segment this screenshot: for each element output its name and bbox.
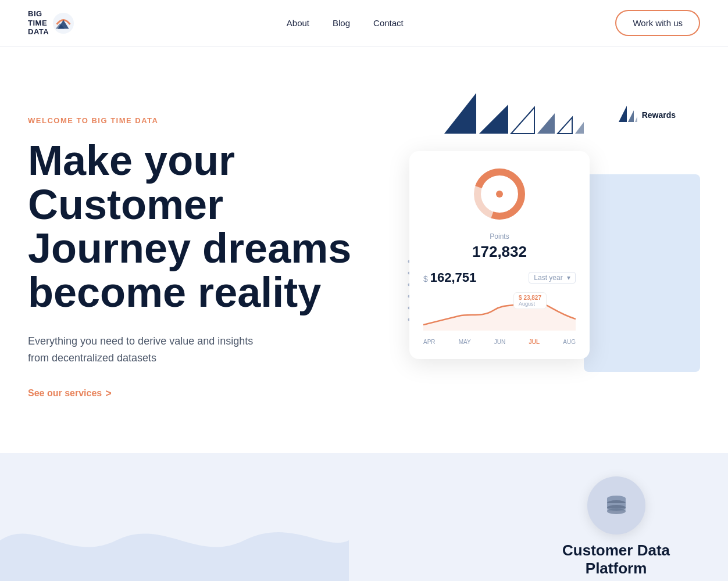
month-jul: JUL [529, 339, 540, 345]
rewards-badge: Rewards [612, 101, 683, 129]
nav-blog[interactable]: Blog [333, 18, 350, 28]
logo-icon [52, 12, 74, 34]
revenue-value: 162,751 [430, 270, 477, 285]
database-icon [602, 492, 630, 519]
hero-title: Make your Customer Journey dreams become… [28, 139, 351, 314]
rewards-label: Rewards [642, 110, 676, 120]
month-aug: AUG [563, 339, 576, 345]
cdp-card: Customer Data Platform [562, 476, 670, 578]
logo-text: BIG TIME DATA [28, 9, 49, 37]
logo[interactable]: BIG TIME DATA [28, 9, 74, 37]
svg-marker-3 [511, 107, 534, 134]
cdp-icon-badge [587, 476, 645, 535]
revenue-period[interactable]: Last year ▾ [529, 272, 576, 284]
wave-decoration [0, 482, 437, 581]
revenue-amount: $ 162,751 [423, 270, 476, 285]
dark-crescent-shape [654, 331, 706, 383]
month-apr: APR [423, 339, 436, 345]
tooltip-month: August [519, 301, 541, 307]
svg-marker-8 [628, 110, 634, 122]
svg-marker-5 [558, 117, 572, 134]
hero-left: WELCOME TO BIG TIME DATA Make your Custo… [28, 93, 351, 400]
points-value: 172,832 [423, 243, 576, 261]
cdp-title: Customer Data Platform [562, 541, 670, 578]
hero-subtitle: Everything you need to derive value and … [28, 333, 260, 367]
revenue-row: $ 162,751 Last year ▾ [423, 270, 576, 285]
points-label: Points [423, 232, 576, 241]
geometric-shapes [444, 93, 584, 139]
nav-contact[interactable]: Contact [373, 18, 404, 28]
see-services-link[interactable]: See our services > [28, 388, 112, 400]
arrow-icon: > [105, 388, 112, 400]
nav-links: About Blog Contact [287, 18, 404, 28]
tooltip-amount: $ 23,827 [519, 295, 541, 301]
see-services-label: See our services [28, 388, 102, 399]
hero-section: WELCOME TO BIG TIME DATA Make your Custo… [0, 46, 728, 453]
revenue-chart: $ 23,827 August [423, 290, 576, 336]
svg-marker-1 [444, 93, 476, 134]
month-jun: JUN [494, 339, 505, 345]
svg-point-43 [607, 508, 626, 514]
nav-about[interactable]: About [287, 18, 309, 28]
month-may: MAY [459, 339, 471, 345]
chart-months: APR MAY JUN JUL AUG [423, 339, 576, 345]
donut-chart [423, 165, 576, 223]
svg-marker-2 [479, 105, 508, 134]
work-with-us-button[interactable]: Work with us [615, 10, 700, 36]
rewards-icon [619, 106, 637, 124]
svg-marker-7 [619, 106, 627, 122]
hero-welcome-text: WELCOME TO BIG TIME DATA [28, 116, 351, 125]
dashboard-card: Points 172,832 $ 162,751 Last year ▾ [409, 151, 590, 359]
svg-point-36 [496, 191, 503, 198]
svg-marker-4 [537, 113, 555, 134]
hero-visualization: Rewards // dots rendered inline [398, 93, 700, 418]
chart-tooltip: $ 23,827 August [513, 292, 547, 309]
svg-marker-9 [635, 116, 637, 122]
svg-marker-6 [575, 122, 584, 134]
navbar: BIG TIME DATA About Blog Contact Work wi… [0, 0, 728, 46]
chevron-down-icon: ▾ [567, 274, 570, 282]
bottom-section: Customer Data Platform [0, 453, 728, 581]
